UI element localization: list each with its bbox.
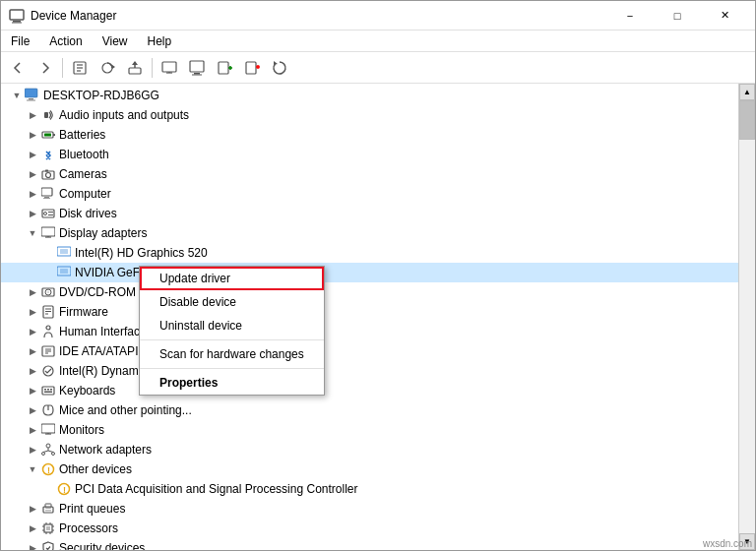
tree-bluetooth[interactable]: ▶ Bluetooth (1, 145, 738, 164)
expand-audio[interactable]: ▶ (25, 107, 40, 123)
audio-label: Audio inputs and outputs (59, 108, 189, 122)
firmware-label: Firmware (59, 305, 108, 319)
tree-computer[interactable]: ▶ Computer (1, 184, 738, 204)
expand-firmware[interactable]: ▶ (25, 304, 40, 320)
maximize-button[interactable]: □ (655, 4, 700, 28)
svg-rect-31 (53, 134, 55, 136)
scrollbar-thumb[interactable] (739, 100, 755, 140)
expand-bluetooth[interactable]: ▶ (25, 147, 40, 162)
app-icon (9, 8, 25, 24)
expand-print[interactable]: ▶ (25, 501, 40, 517)
computer-button[interactable] (184, 55, 210, 81)
tree-processors[interactable]: ▶ Processors (1, 519, 738, 538)
expand-intel-dyn[interactable]: ▶ (25, 363, 40, 379)
tree-ide[interactable]: ▶ IDE ATA/ATAPI controllers (1, 341, 738, 361)
camera-icon (40, 166, 56, 182)
menu-action[interactable]: Action (39, 31, 92, 51)
svg-rect-12 (162, 62, 176, 72)
monitor-button[interactable] (157, 55, 182, 81)
title-bar: Device Manager − □ ✕ (1, 1, 755, 31)
tree-intel-gpu[interactable]: ▶ Intel(R) HD Graphics 520 (1, 243, 738, 263)
add-button[interactable] (212, 55, 237, 81)
toolbar-separator-2 (152, 58, 153, 78)
expand-security[interactable]: ▶ (25, 540, 40, 550)
context-properties[interactable]: Properties (140, 371, 324, 395)
tree-display[interactable]: ▼ Display adapters (1, 223, 738, 243)
display-label: Display adapters (59, 226, 147, 240)
menu-help[interactable]: Help (138, 31, 182, 51)
svg-point-72 (46, 444, 50, 448)
expand-computer[interactable]: ▶ (25, 186, 40, 202)
audio-icon (40, 107, 56, 123)
security-label: Security devices (59, 541, 145, 550)
window-title: Device Manager (31, 9, 607, 23)
back-button[interactable] (5, 55, 31, 81)
tree-security[interactable]: ▶ Security devices (1, 538, 738, 550)
svg-rect-17 (192, 74, 202, 75)
expand-root[interactable]: ▼ (9, 88, 25, 103)
expand-ide[interactable]: ▶ (25, 343, 40, 359)
close-button[interactable]: ✕ (702, 4, 747, 28)
context-scan[interactable]: Scan for hardware changes (140, 342, 324, 366)
context-uninstall-device[interactable]: Uninstall device (140, 314, 324, 337)
tree-root[interactable]: ▼ DESKTOP-RDJB6GG (1, 86, 738, 105)
tree-monitors[interactable]: ▶ Monitors (1, 420, 738, 440)
tree-keyboards[interactable]: ▶ Keyboards (1, 381, 738, 400)
tree-dvd[interactable]: ▶ DVD/CD-ROM drives (1, 282, 738, 302)
expand-keyboards[interactable]: ▶ (25, 383, 40, 398)
svg-point-34 (46, 173, 51, 178)
update-driver-button[interactable] (122, 55, 148, 81)
expand-monitors[interactable]: ▶ (25, 422, 40, 438)
tree-batteries[interactable]: ▶ Batteries (1, 125, 738, 145)
minimize-button[interactable]: − (607, 4, 653, 28)
tree-disk[interactable]: ▶ Disk drives (1, 204, 738, 223)
tree-pci[interactable]: ▶ ! PCI Data Acquisition and Signal Proc… (1, 479, 738, 499)
network-label: Network adapters (59, 443, 152, 457)
context-disable-device[interactable]: Disable device (140, 290, 324, 314)
tree-cameras[interactable]: ▶ Cameras (1, 164, 738, 184)
ide-icon (40, 343, 56, 359)
expand-mice[interactable]: ▶ (25, 402, 40, 418)
tree-audio[interactable]: ▶ Audio inputs and outputs (1, 105, 738, 125)
expand-network[interactable]: ▶ (25, 442, 40, 458)
dvd-icon (40, 284, 56, 300)
tree-human[interactable]: ▶ Human Interface Devices (1, 322, 738, 341)
tree-mice[interactable]: ▶ Mice and other pointing... (1, 400, 738, 420)
tree-print[interactable]: ▶ Print queues (1, 499, 738, 519)
tree-nvidia-gpu[interactable]: ▶ NVIDIA GeForce 940M (1, 263, 738, 282)
expand-processors[interactable]: ▶ (25, 520, 40, 536)
tree-other[interactable]: ▼ ! Other devices (1, 459, 738, 479)
expand-disk[interactable]: ▶ (25, 206, 40, 221)
scrollbar-track[interactable] (739, 100, 755, 533)
tree-panel[interactable]: ▼ DESKTOP-RDJB6GG ▶ (1, 84, 738, 550)
svg-rect-69 (41, 424, 55, 433)
svg-marker-8 (112, 65, 115, 69)
expand-cameras[interactable]: ▶ (25, 166, 40, 182)
svg-point-52 (47, 291, 49, 293)
expand-dvd[interactable]: ▶ (25, 284, 40, 300)
svg-rect-84 (45, 510, 51, 512)
toolbar (1, 52, 755, 84)
expand-display[interactable]: ▼ (25, 225, 40, 241)
forward-button[interactable] (32, 55, 58, 81)
refresh-button[interactable] (267, 55, 292, 81)
scan-button[interactable] (94, 55, 120, 81)
menu-view[interactable]: View (93, 31, 138, 51)
remove-button[interactable] (239, 55, 265, 81)
computer-node-icon (40, 186, 56, 202)
pci-label: PCI Data Acquisition and Signal Processi… (75, 482, 357, 496)
menu-file[interactable]: File (1, 31, 39, 51)
expand-batteries[interactable]: ▶ (25, 127, 40, 143)
cameras-label: Cameras (59, 167, 107, 181)
tree-firmware[interactable]: ▶ Firmware (1, 302, 738, 322)
scrollbar[interactable]: ▲ ▼ (738, 84, 755, 550)
expand-human[interactable]: ▶ (25, 324, 40, 339)
toolbar-separator-1 (62, 58, 63, 78)
tree-intel-dyn[interactable]: ▶ Intel(R) Dynamic Platform... (1, 361, 738, 381)
properties-button[interactable] (67, 55, 93, 81)
context-update-driver[interactable]: Update driver (140, 267, 324, 290)
svg-point-74 (52, 453, 55, 456)
expand-other[interactable]: ▼ (25, 461, 40, 477)
scroll-up-button[interactable]: ▲ (739, 84, 755, 100)
tree-network[interactable]: ▶ Network adapters (1, 440, 738, 459)
